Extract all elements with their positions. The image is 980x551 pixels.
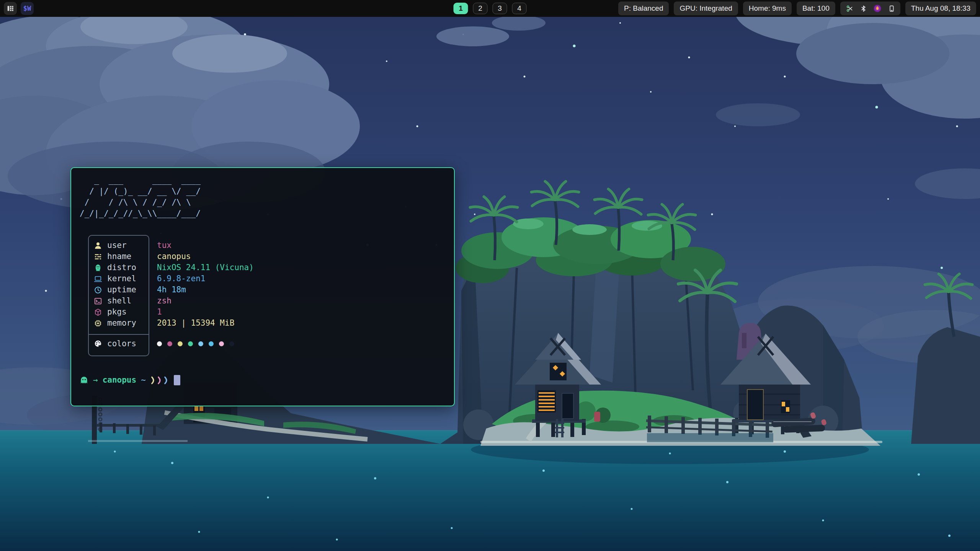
status-pill-label: Home: 9ms xyxy=(749,4,786,12)
clock-text: Thu Aug 08, 18:33 xyxy=(911,4,970,12)
fetch-label: shell xyxy=(107,295,131,306)
app-grid-icon xyxy=(6,4,15,13)
status-pill-group: P: Balanced GPU: Integrated Home: 9ms Ba… xyxy=(618,2,835,15)
topbar-left: $W xyxy=(4,2,34,15)
fetch-value-pkgs: 1 xyxy=(157,306,446,318)
workspace-button-3[interactable]: 3 xyxy=(493,3,507,14)
fetch-value-hname: canopus xyxy=(157,251,446,262)
prompt-chevron-2 xyxy=(157,376,163,385)
user-icon xyxy=(94,241,102,250)
palette-icon xyxy=(94,339,102,348)
kernel-icon xyxy=(94,275,102,283)
desktop: $W 1 2 3 4 P: Balanced GPU: Integrated xyxy=(0,0,980,551)
scissors-icon[interactable] xyxy=(846,5,854,13)
workspace-button-1[interactable]: 1 xyxy=(454,3,468,14)
prompt-path: ~ xyxy=(141,375,146,386)
shell-icon xyxy=(94,297,102,305)
fetch-row-pkgs: pkgs xyxy=(89,306,149,318)
palette-dot xyxy=(229,341,234,346)
fetch-row-uptime: uptime xyxy=(89,284,149,295)
wm-logo-button[interactable]: $W xyxy=(21,2,34,15)
fetch-row-hname: hname xyxy=(89,251,149,262)
fetch-row-memory: memory xyxy=(89,318,149,329)
fetch-row-distro: distro xyxy=(89,262,149,273)
topbar-right: P: Balanced GPU: Integrated Home: 9ms Ba… xyxy=(618,2,976,15)
palette-dot xyxy=(198,341,203,346)
status-pill-label: Bat: 100 xyxy=(802,4,830,12)
prompt-chevron-3 xyxy=(163,376,169,385)
workspace-button-4[interactable]: 4 xyxy=(512,3,527,14)
status-pill[interactable]: Home: 9ms xyxy=(743,2,792,15)
fetch-row-user: user xyxy=(89,240,149,251)
fetch-label: uptime xyxy=(107,284,136,295)
terminal-window[interactable]: _ ___ ____ ____ / |/ (_)_ __/ __ \/ __/ … xyxy=(70,167,455,406)
fetch-values: tux canopus NixOS 24.11 (Vicuna) 6.9.8-z… xyxy=(157,235,446,352)
prompt-arrow: → xyxy=(93,375,98,386)
distro-ascii-logo: _ ___ ____ ____ / |/ (_)_ __/ __ \/ __/ … xyxy=(80,175,446,219)
shell-prompt: → canopus ~ xyxy=(80,375,446,386)
prompt-host: canopus xyxy=(103,375,137,386)
hostname-icon xyxy=(94,253,102,261)
palette-dot xyxy=(167,341,172,346)
status-pill[interactable]: Bat: 100 xyxy=(797,2,835,15)
fetch-label: kernel xyxy=(107,273,136,284)
fetch-label: memory xyxy=(107,318,136,329)
fetch-label: distro xyxy=(107,262,136,273)
workspace-switcher: 1 2 3 4 xyxy=(454,3,527,14)
workspace-button-2[interactable]: 2 xyxy=(473,3,488,14)
status-pill[interactable]: GPU: Integrated xyxy=(674,2,738,15)
fetch-label: user xyxy=(107,240,127,251)
status-pill-label: P: Balanced xyxy=(624,4,663,12)
status-pill-label: GPU: Integrated xyxy=(679,4,732,12)
fetch-value-shell: zsh xyxy=(157,295,446,306)
palette-dot xyxy=(188,341,193,346)
system-tray xyxy=(840,2,900,15)
terminal-cursor[interactable] xyxy=(174,375,180,385)
fetch-value-kernel: 6.9.8-zen1 xyxy=(157,273,446,284)
palette-dots xyxy=(157,335,446,352)
fetch-label-colors: colors xyxy=(107,338,136,349)
prompt-chevron-1 xyxy=(150,376,156,385)
status-pill[interactable]: P: Balanced xyxy=(618,2,669,15)
flameshot-icon[interactable] xyxy=(873,4,882,13)
fetch-row-shell: shell xyxy=(89,295,149,306)
uptime-icon xyxy=(94,286,102,294)
fetch-value-memory: 2013 | 15394 MiB xyxy=(157,318,446,329)
fetch-label-box: user hname distro kernel xyxy=(88,235,149,356)
fetch-value-distro: NixOS 24.11 (Vicuna) xyxy=(157,262,446,273)
fetch-label: pkgs xyxy=(107,306,127,318)
fetch-output: user hname distro kernel xyxy=(80,235,446,356)
distro-icon xyxy=(94,264,102,272)
ghost-icon xyxy=(80,375,88,385)
fetch-label: hname xyxy=(107,251,131,262)
phone-icon[interactable] xyxy=(888,5,895,13)
palette-dot xyxy=(157,341,162,346)
app-launcher-button[interactable] xyxy=(4,2,17,15)
palette-dot xyxy=(178,341,183,346)
fetch-value-user: tux xyxy=(157,240,446,251)
top-bar: $W 1 2 3 4 P: Balanced GPU: Integrated xyxy=(0,0,980,17)
palette-dot xyxy=(209,341,214,346)
clock-pill[interactable]: Thu Aug 08, 18:33 xyxy=(905,2,976,15)
fetch-value-uptime: 4h 18m xyxy=(157,284,446,295)
fetch-row-kernel: kernel xyxy=(89,273,149,284)
memory-icon xyxy=(94,319,102,328)
bluetooth-icon[interactable] xyxy=(860,5,867,13)
palette-dot xyxy=(219,341,224,346)
fetch-row-colors: colors xyxy=(89,335,149,352)
wm-logo-text: $W xyxy=(23,5,31,12)
packages-icon xyxy=(94,308,102,316)
